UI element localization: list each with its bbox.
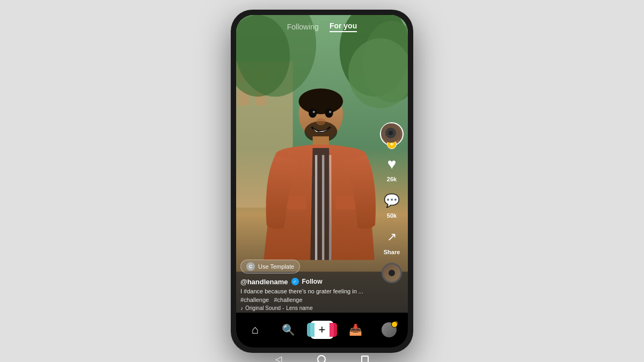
use-template-label: Use Template xyxy=(258,263,294,270)
svg-point-25 xyxy=(316,118,325,125)
recent-button[interactable] xyxy=(361,356,369,363)
music-disc-icon xyxy=(382,263,402,283)
svg-point-23 xyxy=(313,110,315,113)
template-icon: C xyxy=(246,262,255,271)
svg-rect-19 xyxy=(322,155,324,260)
notification-dot xyxy=(392,321,398,327)
tab-for-you[interactable]: For you xyxy=(330,21,357,32)
sound-info: ♪ Original Sound - Lens name xyxy=(240,305,377,311)
top-navigation: Following For you xyxy=(236,15,408,36)
phone-screen: Following For you + ♥ 26k xyxy=(236,15,408,348)
phone-frame: Following For you + ♥ 26k xyxy=(231,10,413,353)
system-nav-bar: ◁ xyxy=(231,351,413,363)
nav-search[interactable]: 🔍 xyxy=(272,323,305,336)
svg-rect-16 xyxy=(286,196,306,210)
inbox-icon: 📥 xyxy=(349,323,362,336)
nav-inbox[interactable]: 📥 xyxy=(339,323,372,336)
hashtag-2[interactable]: #challenge xyxy=(274,297,302,303)
nav-home[interactable]: ⌂ xyxy=(238,323,272,337)
search-icon: 🔍 xyxy=(282,323,295,336)
music-note-icon: ♪ xyxy=(240,305,243,311)
follow-button[interactable]: Follow xyxy=(302,278,323,285)
video-info-overlay: C Use Template @handlename ✓ Follow I #d… xyxy=(240,260,377,311)
sound-disc[interactable] xyxy=(382,263,402,283)
create-plus-icon: + xyxy=(319,323,326,337)
sound-label[interactable]: Original Sound - xyxy=(245,305,284,311)
like-button[interactable]: ♥ 26k xyxy=(381,153,402,182)
svg-point-22 xyxy=(325,108,333,117)
bottom-navigation: ⌂ 🔍 + 📥 xyxy=(236,313,408,348)
nav-profile[interactable] xyxy=(372,322,406,337)
verified-icon: ✓ xyxy=(291,278,299,285)
right-action-bar: + ♥ 26k 💬 50k ↗ Share xyxy=(380,122,404,283)
home-icon: ⌂ xyxy=(252,323,259,337)
video-caption: I #dance because there's no grater feeli… xyxy=(240,288,377,294)
hashtag-1[interactable]: #challenge xyxy=(240,297,269,303)
music-disc-center xyxy=(389,270,395,276)
nav-create[interactable]: + xyxy=(305,321,339,339)
create-button[interactable]: + xyxy=(307,321,337,339)
comment-button[interactable]: 💬 50k xyxy=(381,190,402,219)
svg-point-30 xyxy=(389,131,393,135)
tab-following[interactable]: Following xyxy=(287,23,319,31)
hashtags-row: #challenge #challenge xyxy=(240,297,377,303)
use-template-button[interactable]: C Use Template xyxy=(240,260,300,274)
comment-icon: 💬 xyxy=(381,190,402,211)
share-button[interactable]: ↗ Share xyxy=(381,226,402,255)
svg-rect-20 xyxy=(329,155,331,260)
like-count: 26k xyxy=(387,176,397,182)
lens-label[interactable]: Lens name xyxy=(286,305,312,311)
svg-point-21 xyxy=(309,108,317,117)
profile-avatar-nav xyxy=(382,322,397,337)
username-row: @handlename ✓ Follow xyxy=(240,278,377,286)
svg-rect-17 xyxy=(335,196,356,210)
share-label: Share xyxy=(384,249,400,255)
username-text[interactable]: @handlename xyxy=(240,278,288,286)
svg-point-24 xyxy=(329,110,331,113)
share-icon: ↗ xyxy=(381,226,402,248)
svg-rect-18 xyxy=(315,155,317,260)
back-button[interactable]: ◁ xyxy=(275,354,282,362)
comment-count: 50k xyxy=(387,212,397,219)
svg-point-13 xyxy=(298,88,343,114)
heart-icon: ♥ xyxy=(381,153,402,175)
home-button[interactable] xyxy=(317,355,326,363)
